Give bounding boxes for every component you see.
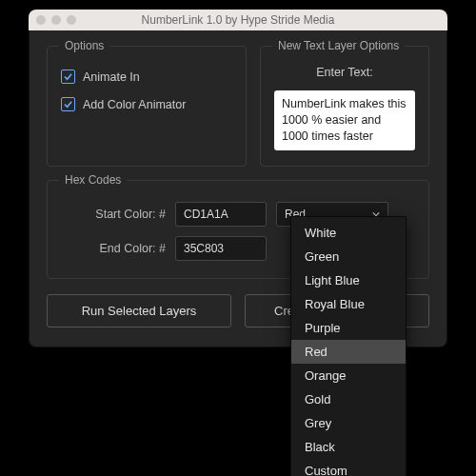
animate-in-label: Animate In (83, 70, 140, 84)
start-color-label: Start Color: # (61, 208, 166, 221)
enter-text-label: Enter Text: (274, 66, 415, 79)
dropdown-item-light-blue[interactable]: Light Blue (291, 268, 406, 292)
dropdown-item-red[interactable]: Red (291, 340, 406, 364)
dropdown-item-grey[interactable]: Grey (291, 411, 406, 435)
options-legend: Options (59, 39, 109, 52)
end-color-label: End Color: # (61, 242, 166, 255)
dropdown-item-royal-blue[interactable]: Royal Blue (291, 292, 406, 316)
new-text-layer-fieldset: New Text Layer Options Enter Text: Numbe… (260, 46, 429, 167)
window-title: NumberLink 1.0 by Hype Stride Media (29, 13, 447, 27)
dropdown-item-custom[interactable]: Custom (291, 459, 406, 476)
run-selected-layers-button[interactable]: Run Selected Layers (47, 294, 231, 327)
dropdown-item-orange[interactable]: Orange (291, 364, 406, 387)
titlebar[interactable]: NumberLink 1.0 by Hype Stride Media (29, 10, 447, 30)
enter-text-textarea[interactable]: NumberLink makes this 1000 % easier and … (274, 90, 415, 150)
animate-in-checkbox[interactable]: Animate In (61, 69, 232, 84)
dropdown-item-green[interactable]: Green (291, 245, 406, 268)
checkbox-box (61, 69, 75, 84)
color-preset-dropdown[interactable]: WhiteGreenLight BlueRoyal BluePurpleRedO… (290, 216, 407, 476)
checkbox-box (61, 97, 75, 111)
dropdown-item-black[interactable]: Black (291, 435, 406, 459)
hex-codes-legend: Hex Codes (59, 173, 127, 187)
checkmark-icon (64, 72, 72, 81)
add-color-animator-checkbox[interactable]: Add Color Animator (61, 97, 232, 111)
options-fieldset: Options Animate In Add Color Animator (47, 46, 247, 167)
checkmark-icon (64, 100, 72, 109)
start-color-input[interactable]: CD1A1A (175, 202, 267, 227)
dropdown-item-purple[interactable]: Purple (291, 316, 406, 340)
end-color-input[interactable]: 35C803 (175, 236, 267, 261)
dropdown-item-gold[interactable]: Gold (291, 387, 406, 411)
dropdown-item-white[interactable]: White (291, 221, 406, 245)
new-text-layer-legend: New Text Layer Options (272, 39, 405, 52)
add-color-animator-label: Add Color Animator (83, 98, 186, 111)
